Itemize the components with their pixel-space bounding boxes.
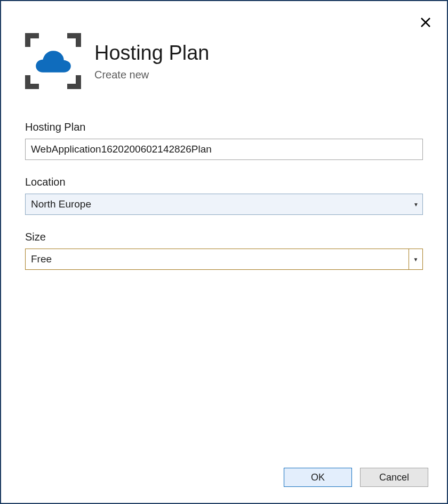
hosting-plan-icon [25, 33, 81, 89]
ok-button[interactable]: OK [284, 468, 352, 487]
chevron-down-icon: ▼ [410, 194, 422, 214]
chevron-down-icon: ▼ [409, 249, 422, 269]
location-selected-value: North Europe [26, 198, 91, 210]
close-button[interactable] [420, 16, 431, 30]
dialog-title: Hosting Plan [94, 42, 209, 65]
size-dropdown[interactable]: Free ▼ [25, 249, 423, 270]
dialog-subtitle: Create new [94, 69, 209, 81]
cancel-button[interactable]: Cancel [360, 468, 428, 487]
size-selected-value: Free [26, 253, 52, 265]
dialog-footer: OK Cancel [284, 468, 428, 487]
cloud-icon [35, 48, 72, 75]
location-label: Location [25, 176, 423, 188]
dialog-header: Hosting Plan Create new [1, 1, 447, 89]
form-area: Hosting Plan Location North Europe ▼ Siz… [1, 89, 447, 270]
hosting-plan-label: Hosting Plan [25, 121, 423, 133]
hosting-plan-input[interactable] [25, 139, 423, 160]
size-label: Size [25, 231, 423, 243]
location-dropdown[interactable]: North Europe ▼ [25, 194, 423, 215]
